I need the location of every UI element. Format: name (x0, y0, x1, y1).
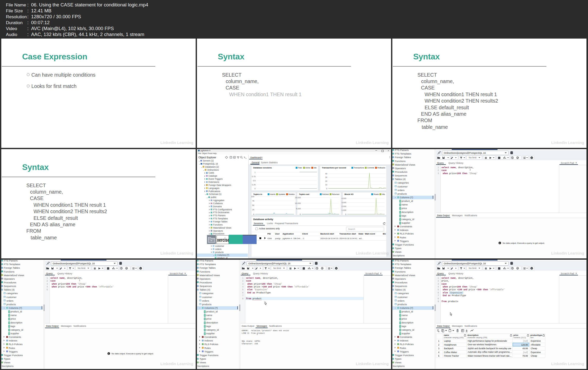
svg-text:No limit: No limit (469, 267, 477, 269)
svg-text:No limit: No limit (78, 267, 86, 269)
svg-text:?: ? (336, 267, 337, 270)
svg-text:OnlineStore/postgres@PostgreSQ: OnlineStore/postgres@PostgreSQL 16 (53, 262, 95, 265)
svg-text:OnlineStore/postgres@PostgreSQ: OnlineStore/postgres@PostgreSQL 16 (444, 151, 486, 154)
svg-text:?: ? (140, 267, 141, 270)
svg-text:OnlineStore/postgres@PostgreSQ: OnlineStore/postgres@PostgreSQL 16 (444, 262, 486, 265)
svg-text:OnlineStore/postgres@PostgreSQ: OnlineStore/postgres@PostgreSQL 16 (248, 262, 291, 265)
svg-text:No limit: No limit (469, 156, 477, 159)
svg-text:?: ? (531, 157, 532, 159)
svg-text:?: ? (531, 267, 532, 270)
svg-text:No limit: No limit (273, 267, 281, 269)
